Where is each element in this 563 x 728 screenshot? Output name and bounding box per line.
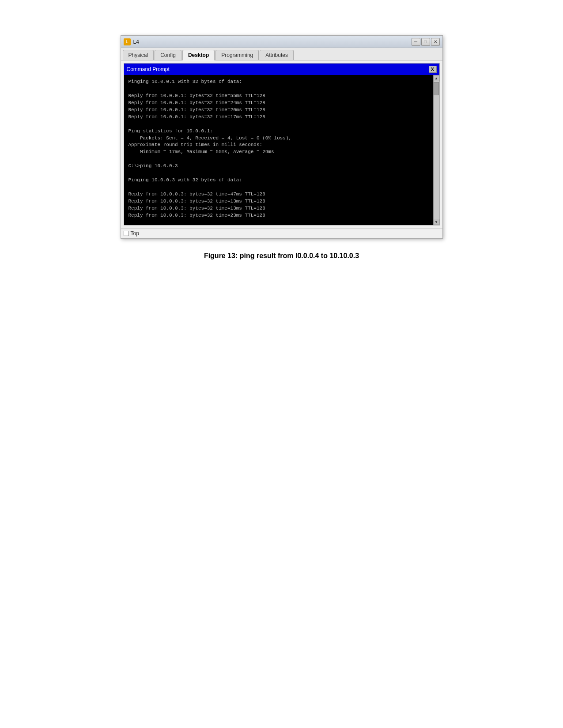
scrollbar-down-arrow[interactable]: ▼ [433,219,439,225]
command-prompt-window: Command Prompt X Pinging 10.0.0.1 with 3… [124,63,440,225]
cmd-line [128,156,429,163]
cmd-line: Minimum = 17ms, Maximum = 55ms, Average … [128,149,429,156]
scrollbar[interactable]: ▲ ▼ [433,75,439,225]
scrollbar-thumb[interactable] [434,82,439,95]
cmd-line: Reply from 10.0.0.1: bytes=32 time=20ms … [128,107,429,114]
cmd-line: Reply from 10.0.0.3: bytes=32 time=23ms … [128,212,429,219]
cmd-title-text: Command Prompt [127,66,170,72]
cmd-line [128,121,429,128]
tab-attributes[interactable]: Attributes [260,50,294,60]
cmd-line: Reply from 10.0.0.1: bytes=32 time=24ms … [128,100,429,107]
main-content: Command Prompt X Pinging 10.0.0.1 with 3… [121,60,442,228]
title-bar-left: L L4 [124,38,139,45]
scrollbar-track-area[interactable] [434,81,439,219]
cmd-line: Reply from 10.0.0.1: bytes=32 time=17ms … [128,114,429,121]
cmd-line: Reply from 10.0.0.3: bytes=32 time=47ms … [128,191,429,198]
maximize-button[interactable]: □ [421,38,430,46]
cmd-line [128,86,429,93]
tab-bar: Physical Config Desktop Programming Attr… [121,48,442,60]
cmd-body-wrapper: Pinging 10.0.0.1 with 32 bytes of data: … [124,75,439,225]
cmd-line: Approximate round trip times in milli-se… [128,142,429,149]
cmd-line: Ping statistics for 10.0.0.1: [128,128,429,135]
top-checkbox[interactable] [124,231,129,236]
tab-physical[interactable]: Physical [123,50,154,60]
minimize-button[interactable]: ─ [412,38,420,46]
title-bar-buttons: ─ □ ✕ [412,38,440,46]
cmd-line [128,219,429,225]
cmd-line: Reply from 10.0.0.3: bytes=32 time=13ms … [128,205,429,212]
cmd-line [128,170,429,177]
window-close-button[interactable]: ✕ [431,38,440,46]
window-title: L4 [133,39,139,45]
cmd-line: Pinging 10.0.0.3 with 32 bytes of data: [128,177,429,184]
figure-caption: Figure 13: ping result from l0.0.0.4 to … [204,252,359,260]
main-window: L L4 ─ □ ✕ Physical Config Desktop Progr… [121,35,443,239]
cmd-line: Packets: Sent = 4, Received = 4, Lost = … [128,135,429,142]
cmd-close-button[interactable]: X [429,66,437,73]
tab-desktop[interactable]: Desktop [182,50,215,60]
window-icon: L [124,38,131,45]
cmd-line: Reply from 10.0.0.1: bytes=32 time=55ms … [128,93,429,100]
bottom-bar: Top [121,228,442,238]
cmd-line: Reply from 10.0.0.3: bytes=32 time=13ms … [128,198,429,205]
cmd-line: C:\>ping 10.0.0.3 [128,163,429,170]
cmd-line: Pinging 10.0.0.1 with 32 bytes of data: [128,79,429,86]
cmd-text-area: Pinging 10.0.0.1 with 32 bytes of data: … [124,75,433,225]
top-label: Top [131,230,139,236]
tab-config[interactable]: Config [155,50,181,60]
cmd-line [128,184,429,191]
cmd-title-bar: Command Prompt X [124,64,439,75]
tab-programming[interactable]: Programming [215,50,259,60]
scrollbar-up-arrow[interactable]: ▲ [433,75,439,81]
title-bar: L L4 ─ □ ✕ [121,36,442,48]
